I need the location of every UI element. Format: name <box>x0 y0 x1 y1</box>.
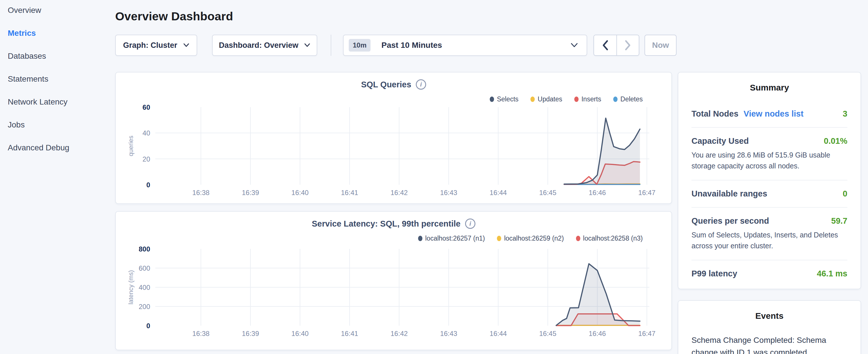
info-icon[interactable] <box>416 79 426 90</box>
svg-text:16:40: 16:40 <box>291 330 309 337</box>
svg-text:16:42: 16:42 <box>391 189 408 196</box>
chart-title: Service Latency: SQL, 99th percentile <box>312 219 461 229</box>
summary-row-label: Unavailable ranges <box>691 189 767 198</box>
sidebar-item-jobs[interactable]: Jobs <box>8 120 25 129</box>
svg-text:0: 0 <box>147 322 150 330</box>
legend-dot-icon <box>418 236 423 241</box>
dashboard-dropdown[interactable]: Dashboard: Overview <box>212 35 317 56</box>
svg-text:600: 600 <box>139 264 150 272</box>
now-button[interactable]: Now <box>645 35 677 56</box>
chart-title: SQL Queries <box>361 80 411 89</box>
chevron-down-icon <box>304 43 310 47</box>
chart-legend: localhost:26257 (n1)localhost:26259 (n2)… <box>127 234 643 242</box>
summary-row-value: 0.01% <box>824 136 847 146</box>
divider <box>691 127 847 128</box>
legend-label: localhost:26259 (n2) <box>504 234 564 242</box>
svg-text:16:43: 16:43 <box>440 330 457 337</box>
step-back-button[interactable] <box>594 35 616 55</box>
summary-row-value: 59.7 <box>831 216 847 226</box>
svg-text:16:39: 16:39 <box>242 330 259 337</box>
chevron-down-icon <box>570 43 578 47</box>
svg-text:40: 40 <box>143 129 150 137</box>
chevron-right-icon <box>625 40 631 51</box>
summary-row-queries-per-second: Queries per second 59.7 Sum of Selects, … <box>691 216 847 251</box>
svg-text:16:45: 16:45 <box>539 330 556 337</box>
summary-row-total-nodes: Total Nodes View nodes list 3 <box>691 109 847 119</box>
summary-row-label: P99 latency <box>691 269 737 279</box>
summary-row-label: Queries per second <box>691 216 769 226</box>
sql-queries-chart-card: SQL Queries SelectsUpdatesInsertsDeletes… <box>115 72 672 204</box>
time-window-badge: 10m <box>349 39 371 52</box>
time-window-label: Past 10 Minutes <box>381 41 442 50</box>
summary-row-capacity-used: Capacity Used 0.01% You are using 28.6 M… <box>691 136 847 171</box>
legend-item: Updates <box>530 95 562 103</box>
legend-dot-icon <box>613 97 618 102</box>
svg-text:16:44: 16:44 <box>490 330 507 337</box>
event-text: Schema Change Completed: Schema change w… <box>691 334 847 354</box>
view-nodes-list-link[interactable]: View nodes list <box>744 109 804 119</box>
sidebar-item-statements[interactable]: Statements <box>8 74 49 84</box>
svg-text:16:46: 16:46 <box>589 330 606 337</box>
summary-row-value: 46.1 ms <box>817 269 847 279</box>
sidebar-item-network-latency[interactable]: Network Latency <box>8 97 68 106</box>
service-latency-chart[interactable]: 16:3816:3916:4016:4116:4216:4316:4416:45… <box>127 243 660 351</box>
charts-column: SQL Queries SelectsUpdatesInsertsDeletes… <box>115 72 672 354</box>
sidebar-item-databases[interactable]: Databases <box>8 52 46 61</box>
legend-item: Inserts <box>574 95 601 103</box>
svg-text:800: 800 <box>139 245 150 253</box>
svg-text:0: 0 <box>147 181 150 189</box>
svg-text:queries: queries <box>127 135 134 156</box>
svg-text:20: 20 <box>143 155 150 163</box>
summary-row-label: Capacity Used <box>691 136 749 146</box>
divider <box>691 207 847 207</box>
legend-label: localhost:26257 (n1) <box>425 234 485 242</box>
right-column: Summary Total Nodes View nodes list 3 Ca… <box>678 72 861 354</box>
svg-text:60: 60 <box>143 104 150 111</box>
controls-bar: Graph: Cluster Dashboard: Overview 10m P… <box>115 35 861 56</box>
info-icon[interactable] <box>465 219 475 229</box>
summary-row-description: You are using 28.6 MiB of 515.9 GiB usab… <box>691 150 840 171</box>
sql-queries-chart[interactable]: 16:3816:3916:4016:4116:4216:4316:4416:45… <box>127 104 660 201</box>
chevron-down-icon <box>183 43 189 47</box>
svg-text:16:47: 16:47 <box>638 189 655 196</box>
svg-text:16:44: 16:44 <box>490 189 507 196</box>
svg-text:latency (ms): latency (ms) <box>127 270 134 304</box>
summary-row-value: 0 <box>843 189 847 198</box>
legend-label: Deletes <box>620 95 643 103</box>
summary-panel: Summary Total Nodes View nodes list 3 Ca… <box>678 72 861 289</box>
time-range-dropdown[interactable]: 10m Past 10 Minutes <box>343 35 587 56</box>
events-title: Events <box>691 311 847 321</box>
dashboard-dropdown-label: Dashboard: Overview <box>219 41 299 50</box>
svg-text:16:39: 16:39 <box>242 189 259 196</box>
legend-label: Selects <box>497 95 518 103</box>
svg-text:16:38: 16:38 <box>192 330 210 337</box>
chart-legend: SelectsUpdatesInsertsDeletes <box>127 95 643 103</box>
step-forward-button[interactable] <box>616 35 639 55</box>
sidebar-item-advanced-debug[interactable]: Advanced Debug <box>8 143 69 152</box>
sidebar-item-metrics[interactable]: Metrics <box>8 29 36 38</box>
svg-text:16:40: 16:40 <box>291 189 309 196</box>
divider <box>691 260 847 260</box>
svg-text:16:45: 16:45 <box>539 189 556 196</box>
time-step-buttons <box>593 35 639 56</box>
legend-label: Updates <box>537 95 562 103</box>
legend-label: localhost:26258 (n3) <box>583 234 643 242</box>
legend-item: Selects <box>490 95 518 103</box>
svg-text:16:47: 16:47 <box>638 330 655 337</box>
divider <box>691 180 847 181</box>
summary-row-unavailable-ranges: Unavailable ranges 0 <box>691 189 847 198</box>
summary-title: Summary <box>691 83 847 93</box>
service-latency-chart-card: Service Latency: SQL, 99th percentile lo… <box>115 211 672 350</box>
chevron-left-icon <box>602 40 608 51</box>
graph-dropdown[interactable]: Graph: Cluster <box>115 35 197 56</box>
svg-text:16:43: 16:43 <box>440 189 457 196</box>
sidebar-item-overview[interactable]: Overview <box>8 6 41 15</box>
svg-text:400: 400 <box>139 284 150 291</box>
legend-dot-icon <box>497 236 501 241</box>
legend-item: localhost:26258 (n3) <box>576 234 643 242</box>
graph-dropdown-label: Graph: Cluster <box>123 41 177 50</box>
svg-text:16:41: 16:41 <box>341 189 358 196</box>
svg-text:16:38: 16:38 <box>192 189 210 196</box>
legend-item: Deletes <box>613 95 643 103</box>
summary-row-label: Total Nodes <box>691 109 739 119</box>
